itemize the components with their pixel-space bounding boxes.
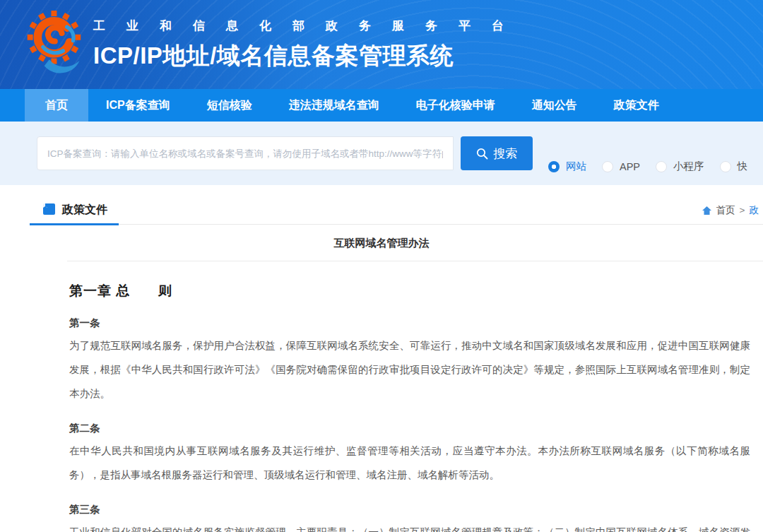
radio-quickapp[interactable]: 快 [720,160,748,173]
search-button-label: 搜索 [493,146,517,162]
search-type-radio-group: 网站 APP 小程序 快 [548,160,763,173]
search-button[interactable]: 搜索 [461,136,533,170]
article-text: 为了规范互联网域名服务，保护用户合法权益，保障互联网域名系统安全、可靠运行，推动… [69,333,750,406]
policy-book-icon [42,202,56,218]
miit-gear-logo-icon [25,8,82,84]
title-divider [67,261,763,261]
radio-dot-icon [548,161,560,172]
radio-dot-icon [602,161,613,172]
breadcrumb-separator: > [740,205,745,215]
nav-item-sms-verify[interactable]: 短信核验 [207,89,252,122]
main-nav: 首页 ICP备案查询 短信核验 违法违规域名查询 电子化核验申请 通知公告 政策… [0,89,763,122]
article-heading: 第一条 [69,317,750,330]
site-header: 工业和信息化部政务服务平台 ICP/IP地址/域名信息备案管理系统 [0,0,763,89]
platform-title: 工业和信息化部政务服务平台 [93,18,525,34]
search-icon [476,148,488,160]
radio-miniprogram[interactable]: 小程序 [656,160,704,173]
article-text: 工业和信息化部对全国的域名服务实施监督管理，主要职责是：（一）制定互联网域名管理… [69,520,750,532]
article-3: 第三条 工业和信息化部对全国的域名服务实施监督管理，主要职责是：（一）制定互联网… [69,503,750,532]
document-body: 第一章 总 则 第一条 为了规范互联网域名服务，保护用户合法权益，保障互联网域名… [69,282,750,532]
nav-item-notices[interactable]: 通知公告 [532,89,577,122]
article-2: 第二条 在中华人民共和国境内从事互联网域名服务及其运行维护、监督管理等相关活动，… [69,422,750,487]
breadcrumb-current: 政 [750,204,759,217]
radio-website[interactable]: 网站 [548,160,586,173]
breadcrumb-home-link[interactable]: 首页 [716,204,735,217]
breadcrumb: 首页 > 政 [702,204,759,217]
nav-item-illegal-domain[interactable]: 违法违规域名查询 [289,89,379,122]
article-text: 在中华人民共和国境内从事互联网域名服务及其运行维护、监督管理等相关活动，应当遵守… [69,439,750,487]
article-1: 第一条 为了规范互联网域名服务，保护用户合法权益，保障互联网域名系统安全、可靠运… [69,317,750,406]
section-header: 政策文件 首页 > 政 [30,196,763,225]
article-heading: 第二条 [69,422,750,435]
icp-search-input[interactable] [37,136,454,170]
nav-item-home[interactable]: 首页 [25,89,88,122]
document-title: 互联网域名管理办法 [0,237,763,250]
radio-dot-icon [656,161,667,172]
radio-app[interactable]: APP [602,161,640,172]
article-heading: 第三条 [69,503,750,516]
system-title: ICP/IP地址/域名信息备案管理系统 [93,40,525,72]
search-section: 搜索 网站 APP 小程序 快 [0,122,763,185]
nav-item-e-verify-apply[interactable]: 电子化核验申请 [416,89,495,122]
home-icon [702,206,712,215]
policy-document-page: 政策文件 首页 > 政 互联网域名管理办法 第一章 总 则 第一条 为了规范互联… [0,185,763,532]
section-title: 政策文件 [62,203,107,218]
radio-dot-icon [720,161,731,172]
nav-item-icp-query[interactable]: ICP备案查询 [106,89,170,122]
chapter-title: 第一章 总 则 [69,282,750,300]
nav-item-policy-files[interactable]: 政策文件 [614,89,659,122]
